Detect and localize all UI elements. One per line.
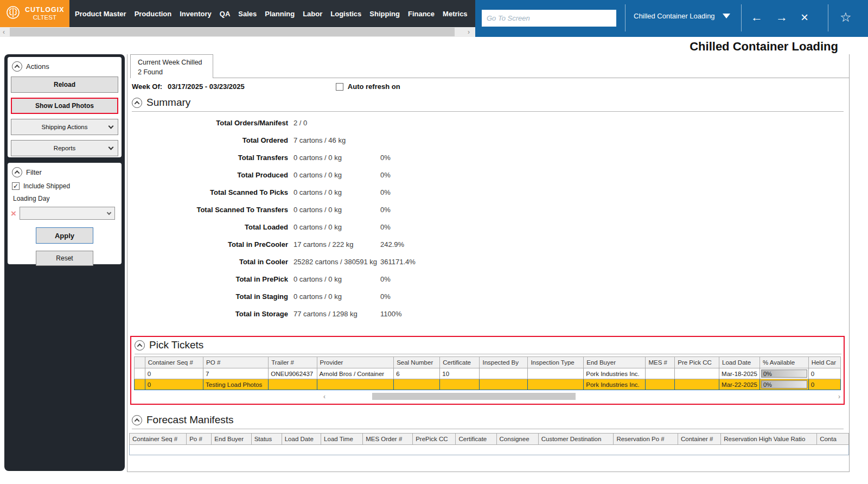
column-header[interactable]: MES Order # — [363, 434, 413, 445]
column-header[interactable]: End Buyer — [584, 357, 646, 368]
include-shipped-label: Include Shipped — [23, 182, 70, 190]
actions-panel-title: Actions — [26, 62, 49, 71]
show-load-photos-button[interactable]: Show Load Photos — [11, 98, 118, 114]
main-content: Current Week Chilled 2 Found Week Of: 03… — [127, 54, 850, 472]
row-selector[interactable] — [135, 368, 145, 379]
column-header[interactable]: Reservation High Value Ratio — [721, 434, 817, 445]
table-row[interactable]: 07ONEU9062437Arnold Bros / Container610P… — [135, 368, 841, 379]
tab-current-week-chilled[interactable]: Current Week Chilled 2 Found — [130, 54, 213, 78]
column-header[interactable]: Po # — [187, 434, 212, 445]
screen-selector-dropdown[interactable]: Chilled Container Loading — [634, 12, 730, 20]
column-header[interactable]: Status — [251, 434, 282, 445]
include-shipped-checkbox[interactable]: ✓ — [12, 182, 20, 190]
close-icon[interactable]: × — [801, 9, 808, 26]
cell: Arnold Bros / Container — [317, 368, 394, 379]
column-header[interactable]: Load Date — [719, 357, 760, 368]
column-header[interactable]: Certificate — [440, 357, 480, 368]
column-header[interactable]: PrePick CC — [413, 434, 456, 445]
summary-percent: 242.9% — [380, 240, 416, 249]
page-title: Chilled Container Loading — [690, 40, 838, 54]
summary-label: Total in Staging — [127, 288, 288, 305]
collapse-forecast-icon[interactable] — [132, 415, 142, 425]
forward-arrow-icon[interactable]: → — [776, 9, 788, 26]
column-header[interactable]: PO # — [203, 357, 269, 368]
summary-percent: 0% — [380, 275, 416, 283]
summary-label: Total Scanned To Picks — [127, 183, 288, 201]
column-header[interactable]: Load Date — [282, 434, 321, 445]
column-header[interactable]: MES # — [646, 357, 675, 368]
column-header[interactable]: Seal Number — [394, 357, 440, 368]
summary-label: Total in Cooler — [127, 253, 288, 270]
pick-tickets-title: Pick Tickets — [149, 339, 203, 351]
loading-day-combobox[interactable] — [20, 207, 115, 220]
scroll-left-icon[interactable]: ‹ — [3, 28, 5, 36]
week-of-label: Week Of: — [132, 82, 162, 91]
column-header[interactable]: Customer Destination — [538, 434, 614, 445]
column-header[interactable]: Pre Pick CC — [675, 357, 719, 368]
collapse-actions-icon[interactable] — [12, 61, 22, 72]
collapse-pick-tickets-icon[interactable] — [135, 340, 145, 351]
scroll-right-icon[interactable]: › — [838, 392, 840, 401]
nav-item-planning[interactable]: Planning — [265, 10, 295, 18]
back-arrow-icon[interactable]: ← — [751, 9, 763, 26]
column-header[interactable]: Consignee — [496, 434, 538, 445]
nav-item-logistics[interactable]: Logistics — [330, 10, 361, 18]
shipping-actions-dropdown[interactable]: Shipping Actions — [11, 119, 118, 135]
scroll-right-icon[interactable]: › — [468, 28, 470, 36]
apply-button[interactable]: Apply — [36, 227, 93, 244]
column-header[interactable]: Container # — [678, 434, 720, 445]
tab-count: 2 Found — [138, 67, 213, 77]
loading-day-label: Loading Day — [13, 195, 119, 202]
scrollbar-thumb[interactable] — [372, 393, 576, 400]
column-header[interactable]: Certificate — [456, 434, 496, 445]
cell: Mar-18-2025 — [719, 368, 760, 379]
app-logo[interactable]: CUTLOGIX CLTEST — [0, 0, 69, 27]
clear-filter-icon[interactable]: × — [11, 209, 16, 218]
column-header[interactable]: Held Car — [808, 357, 840, 368]
table-row[interactable]: 0Testing Load PhotosPork Industries Inc.… — [135, 379, 841, 390]
chevron-down-icon — [723, 14, 730, 18]
column-header[interactable]: % Available — [760, 357, 808, 368]
column-header[interactable]: Load Time — [321, 434, 363, 445]
nav-item-finance[interactable]: Finance — [408, 10, 435, 18]
column-header[interactable]: Conta — [817, 434, 849, 445]
column-header[interactable]: Container Seq # — [130, 434, 187, 445]
column-header[interactable]: End Buyer — [212, 434, 251, 445]
nav-horizontal-scrollbar[interactable]: ‹ › — [0, 27, 475, 37]
filter-panel: Filter ✓ Include Shipped Loading Day × A… — [8, 163, 122, 264]
scrollbar-thumb[interactable] — [10, 28, 455, 36]
column-header[interactable]: Reservation Po # — [614, 434, 678, 445]
nav-item-metrics[interactable]: Metrics — [443, 10, 468, 18]
reset-button[interactable]: Reset — [36, 251, 93, 266]
auto-refresh-checkbox[interactable] — [336, 83, 343, 91]
reports-dropdown[interactable]: Reports — [11, 140, 118, 156]
column-header[interactable]: Inspected By — [480, 357, 528, 368]
filter-panel-title: Filter — [26, 168, 42, 176]
forecast-manifests-title: Forecast Manifests — [146, 414, 234, 426]
reload-button[interactable]: Reload — [11, 77, 118, 93]
pick-tickets-scrollbar[interactable]: ‹ › — [135, 392, 840, 401]
cell: 0 — [145, 379, 203, 390]
row-selector[interactable] — [135, 379, 145, 390]
week-of-value: 03/17/2025 - 03/23/2025 — [168, 82, 245, 91]
column-header[interactable]: Trailer # — [269, 357, 317, 368]
summary-percent: 0% — [380, 223, 416, 231]
nav-item-inventory[interactable]: Inventory — [180, 10, 212, 18]
nav-item-sales[interactable]: Sales — [238, 10, 257, 18]
nav-item-labor[interactable]: Labor — [303, 10, 322, 18]
nav-item-production[interactable]: Production — [135, 10, 172, 18]
nav-item-qa[interactable]: QA — [220, 10, 231, 18]
cell — [394, 379, 440, 390]
goto-screen-input[interactable] — [482, 10, 616, 27]
column-header[interactable]: Inspection Type — [528, 357, 584, 368]
column-header[interactable]: Container Seq # — [145, 357, 203, 368]
summary-label: Total in Storage — [127, 305, 288, 322]
collapse-filter-icon[interactable] — [12, 167, 22, 177]
collapse-summary-icon[interactable] — [132, 98, 142, 108]
nav-item-product-master[interactable]: Product Master — [75, 10, 126, 18]
scroll-left-icon[interactable]: ‹ — [323, 392, 326, 401]
favorite-star-icon[interactable]: ☆ — [840, 9, 852, 26]
summary-percent: 361171.4% — [380, 258, 416, 266]
column-header[interactable]: Provider — [317, 357, 394, 368]
nav-item-shipping[interactable]: Shipping — [369, 10, 400, 18]
